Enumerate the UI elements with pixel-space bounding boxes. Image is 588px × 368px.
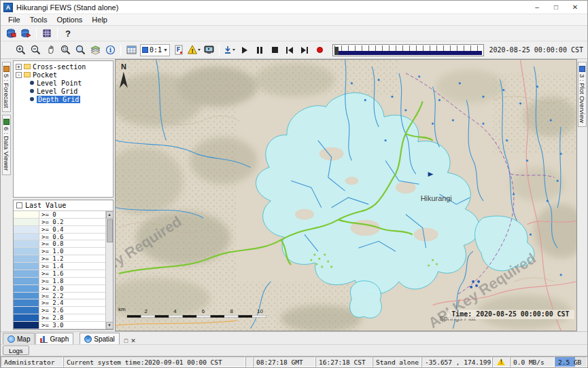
- legend-swatch: [14, 263, 39, 270]
- plot-overview-tab-label: 3 : Plot Overview: [578, 74, 586, 123]
- right-tab-strip: 3 : Plot Overview: [577, 59, 587, 331]
- title-bar: A Hikurangi FEWS (Stand alone) – □ ✕: [1, 1, 587, 14]
- menu-help[interactable]: Help: [87, 15, 112, 24]
- legend-row: >= 0.6: [14, 234, 105, 241]
- close-button[interactable]: ✕: [566, 1, 585, 14]
- warning-dropdown-icon[interactable]: !: [186, 43, 201, 57]
- tree-item-level-point[interactable]: Level Point: [14, 79, 113, 87]
- status-speed: 0.0 MB/s: [510, 356, 555, 367]
- tab-plot-overview[interactable]: 3 : Plot Overview: [578, 62, 587, 127]
- detach-pane-button[interactable]: □: [124, 337, 128, 344]
- info-icon[interactable]: i: [103, 43, 118, 57]
- tree-item-level-grid[interactable]: Level Grid: [14, 87, 113, 95]
- legend-label: >= 1.6: [39, 270, 66, 277]
- layer-dot-icon: [30, 89, 34, 93]
- legend-row: >= 0.2: [14, 219, 105, 226]
- collapse-icon[interactable]: -: [16, 72, 22, 78]
- legend-row: >= 3.0: [14, 322, 105, 329]
- status-mode: Stand alone: [373, 356, 421, 367]
- scroll-up-icon[interactable]: ▲: [106, 211, 114, 219]
- north-label: N: [121, 62, 126, 71]
- tab-spatial[interactable]: Spatial: [80, 333, 120, 344]
- interval-selector[interactable]: 0:1 ▼: [140, 44, 170, 56]
- logs-bar: Logs: [1, 344, 587, 356]
- database-import-icon[interactable]: [18, 26, 33, 40]
- status-warning[interactable]: [492, 356, 510, 367]
- record-button[interactable]: [312, 43, 327, 57]
- legend-scrollbar[interactable]: ▲ ▼: [105, 211, 113, 329]
- folder-icon: [24, 64, 31, 69]
- map-canvas[interactable]: API Key Required API Key Required Hikura…: [115, 59, 577, 331]
- bottom-tab-bar: Map Graph Spatial □ ✕: [1, 331, 587, 344]
- stop-button[interactable]: [267, 43, 282, 57]
- legend-label: >= 0.2: [39, 219, 66, 225]
- menu-bar: File Tools Options Help: [1, 14, 587, 26]
- forecast-tab-label: 5 : Forecast: [3, 74, 10, 108]
- tab-graph[interactable]: Graph: [35, 333, 73, 344]
- tab-map[interactable]: Map: [3, 333, 35, 344]
- time-label-text: Time: 2020-08-25 00:00:00 CST: [451, 310, 569, 318]
- export-dropdown-icon[interactable]: [222, 43, 237, 57]
- legend-swatch: [14, 234, 39, 240]
- menu-file[interactable]: File: [3, 15, 25, 24]
- layers-icon[interactable]: [88, 43, 103, 57]
- layer-dot-icon: [30, 81, 34, 85]
- forecast-tab-icon: [3, 66, 10, 72]
- layer-dot-icon: [30, 97, 34, 101]
- skip-end-button[interactable]: [297, 43, 312, 57]
- database-icon[interactable]: [3, 26, 18, 40]
- chevron-down-icon: ▼: [163, 48, 168, 52]
- scroll-down-icon[interactable]: ▼: [106, 322, 114, 329]
- tab-data-viewer[interactable]: 6 : Data Viewer: [2, 115, 11, 175]
- zoom-out-icon[interactable]: [28, 43, 43, 57]
- forecast-file-icon[interactable]: F: [171, 43, 186, 57]
- legend-label: >= 3.0: [39, 322, 66, 329]
- legend-swatch: [14, 278, 39, 284]
- maximize-button[interactable]: □: [547, 1, 566, 14]
- menu-tools[interactable]: Tools: [25, 15, 52, 24]
- legend-row: >= 2.4: [14, 299, 105, 307]
- table-grid-icon[interactable]: [124, 43, 139, 57]
- close-pane-button[interactable]: ✕: [131, 337, 136, 344]
- tree-item-pocket[interactable]: - Pocket: [14, 71, 113, 79]
- legend-panel: Last Value >= 0 >= 0.2 >= 0.4 >= 0.6 >= …: [13, 200, 114, 330]
- logs-button[interactable]: Logs: [3, 346, 29, 355]
- legend-label: >= 1.8: [39, 278, 66, 284]
- legend-swatch: [14, 322, 39, 329]
- grid-tool-icon[interactable]: [39, 26, 54, 40]
- tree-label: Depth Grid: [37, 96, 80, 103]
- tab-forecast[interactable]: 5 : Forecast: [2, 62, 11, 112]
- scrollbar-thumb[interactable]: [107, 219, 113, 242]
- scale-tick: 6: [202, 308, 205, 314]
- pan-hand-icon[interactable]: [43, 43, 58, 57]
- play-button[interactable]: [237, 43, 252, 57]
- timeline-ticks: [334, 45, 482, 51]
- tree-label: Cross-section: [33, 63, 86, 71]
- data-viewer-tab-icon: [3, 119, 10, 125]
- menu-options[interactable]: Options: [52, 15, 87, 24]
- svg-text:F: F: [176, 46, 180, 53]
- legend-label: >= 0.4: [39, 226, 66, 233]
- timeline-handle[interactable]: [334, 47, 339, 55]
- last-value-checkbox[interactable]: [16, 202, 22, 208]
- display-icon[interactable]: [201, 43, 216, 57]
- help-button[interactable]: ?: [60, 26, 75, 40]
- pause-button[interactable]: [252, 43, 267, 57]
- legend-row: >= 2.2: [14, 293, 105, 300]
- tree-item-cross-section[interactable]: + Cross-section: [14, 62, 113, 71]
- skip-start-button[interactable]: [282, 43, 297, 57]
- zoom-extent-icon[interactable]: [73, 43, 88, 57]
- expand-icon[interactable]: +: [16, 64, 22, 70]
- toolbar-separator: [57, 28, 58, 39]
- tree-item-depth-grid[interactable]: Depth Grid: [14, 95, 113, 103]
- legend-label: >= 2.6: [39, 307, 66, 314]
- map-svg: API Key Required API Key Required Hikura…: [116, 60, 576, 331]
- legend-swatch: [14, 299, 39, 306]
- zoom-rect-icon[interactable]: [58, 43, 73, 57]
- folder-icon: [24, 72, 31, 77]
- legend-swatch: [14, 293, 39, 299]
- tree-label: Pocket: [33, 71, 57, 79]
- zoom-in-icon[interactable]: [13, 43, 28, 57]
- timeline-slider[interactable]: [332, 44, 484, 56]
- minimize-button[interactable]: –: [528, 1, 547, 14]
